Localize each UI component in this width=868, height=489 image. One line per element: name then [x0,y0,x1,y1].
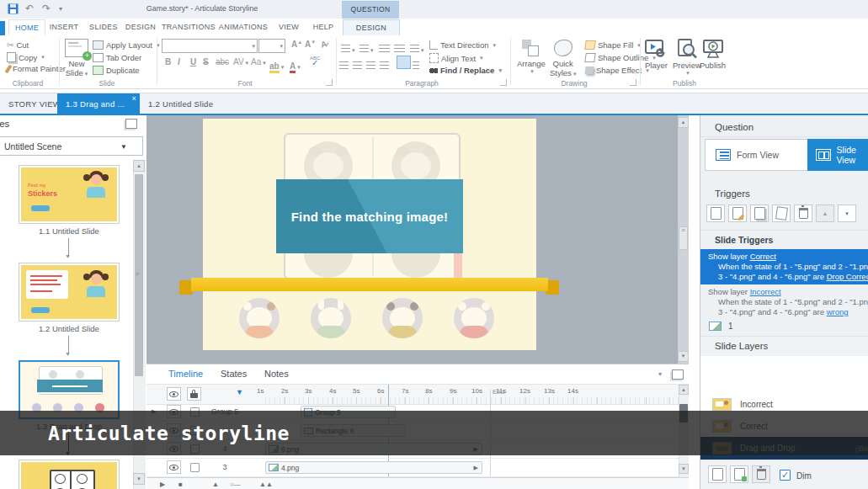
character-spacing-button[interactable]: AV▾ [233,57,248,66]
copy-button[interactable]: Copy▾ [7,52,45,62]
line-spacing-button[interactable]: ▾ [410,40,424,56]
shrink-font-button[interactable]: A▼ [305,40,316,49]
scroll-down-icon[interactable]: ▼ [678,351,689,362]
scroll-down-icon[interactable]: ▼ [679,464,689,474]
rabbit-choice-image[interactable] [311,298,351,338]
spell-check-button[interactable]: ABC✓ [310,56,320,66]
new-trigger-button[interactable] [706,205,725,222]
trigger-show-layer-incorrect[interactable]: Show layer Incorrect When the state of 1… [700,284,868,320]
scroll-up-icon[interactable]: ▲ [678,117,689,128]
change-case-button[interactable]: Aa▾ [251,57,266,66]
paragraph-dialog-launcher[interactable] [500,79,507,86]
align-right-icon[interactable] [366,57,375,72]
slide-thumbnail-1-4[interactable] [19,460,120,489]
playhead-icon[interactable]: ▼ [236,388,243,396]
trigger-state-link[interactable]: Drop Correct [827,272,868,281]
scroll-down-icon[interactable]: ▼ [133,473,145,485]
save-icon[interactable] [8,3,19,14]
delete-layer-button[interactable] [752,465,770,483]
move-trigger-down-button[interactable]: ▾ [838,205,856,222]
slide-thumbnail-1-1[interactable]: Find my Stickers [19,165,120,224]
tab-transitions[interactable]: TRANSITIONS [162,19,214,35]
file-tab-sliver[interactable] [0,21,5,35]
qat-customize-icon[interactable]: ▾ [59,5,62,13]
timeline-bar-4png[interactable]: 4.png▶ [265,461,482,474]
gold-shelf-bar[interactable] [191,278,548,291]
tab-order-button[interactable]: Tab Order [93,53,141,62]
slide-stage[interactable]: Find the matching image! [203,119,536,350]
bold-button[interactable]: B [165,57,171,66]
tab-states[interactable]: States [221,369,247,379]
object-trigger-row[interactable]: 1 [709,322,733,331]
bullets-button[interactable]: ▾ [341,40,355,56]
question-tools-contextual-tab[interactable]: QUESTION TOOLS [342,1,399,19]
trigger-layer-link[interactable]: Incorrect [750,287,781,296]
tab-view[interactable]: VIEW [274,19,304,35]
lock-all-button[interactable] [187,387,201,401]
tab-slide-1-2[interactable]: 1.2 Untitled Slide [140,93,221,114]
new-layer-button[interactable] [708,465,727,483]
align-left-icon[interactable] [339,57,349,72]
undo-icon[interactable]: ↶ [25,3,34,14]
slide-label-1-2[interactable]: 1.2 Untitled Slide [0,324,138,333]
subscript-button[interactable]: abc [216,57,229,66]
tab-help[interactable]: HELP [308,19,338,35]
merge-vertical-icon[interactable] [413,57,419,72]
italic-button[interactable]: I [178,57,180,66]
duplicate-button[interactable]: Duplicate [93,66,140,75]
scene-selector-dropdown[interactable]: Untitled Scene ▼ [0,136,143,156]
grow-font-button[interactable]: A▲ [291,40,302,49]
player-button[interactable]: Player [645,39,668,70]
numbering-button[interactable]: ▾ [359,40,374,56]
tab-slide-1-3[interactable]: 1.3 Drag and ... × [57,93,140,114]
scrollbar-thumb[interactable]: ≡ [679,226,688,250]
align-justify-icon[interactable] [380,57,389,72]
bear-choice-image[interactable] [454,298,494,338]
zoom-in-icon[interactable]: ▲▲ [259,481,273,488]
find-replace-button[interactable]: Find / Replace▾ [429,66,502,75]
tab-home[interactable]: HOME [8,19,45,36]
collapse-timeline-icon[interactable]: ▾ [658,370,662,378]
tab-insert[interactable]: INSERT [47,19,81,35]
indent-increase-icon[interactable] [379,40,390,56]
shape-fill-button[interactable]: Shape Fill▾ [585,40,641,50]
apply-layout-button[interactable]: Apply Layout▾ [93,40,159,50]
copy-trigger-button[interactable] [750,205,769,222]
highlight-button[interactable]: ab▾ [269,57,284,72]
row-name[interactable]: 3 [209,463,241,471]
new-slide-button[interactable]: + New Slide▾ [65,39,88,77]
publish-button[interactable]: Publish [700,39,726,70]
dim-checkbox[interactable]: ✓ [780,470,791,481]
collapse-panel-icon[interactable] [125,119,137,129]
play-button[interactable]: ▶ [160,481,165,488]
text-direction-button[interactable]: Text Direction▾ [429,40,496,50]
panda-choice-image[interactable] [382,298,423,338]
prompt-banner[interactable]: Find the matching image! [276,179,463,253]
underline-button[interactable]: U [190,57,196,66]
slide-view-button[interactable]: Slide View [807,139,868,171]
arrange-button[interactable]: Arrange ▾ [517,40,546,75]
font-size-combo[interactable]: ▾ [258,39,285,53]
font-color-button[interactable]: A▾ [290,57,301,72]
format-painter-button[interactable]: Format Painter [7,64,66,73]
close-tab-icon[interactable]: × [131,88,136,109]
timeline-row-3[interactable]: 3 4.png▶ [146,459,689,477]
strikethrough-button[interactable]: S [203,57,209,66]
dog-choice-image[interactable] [239,298,280,338]
tab-animations[interactable]: ANIMATIONS [217,19,269,35]
edit-trigger-button[interactable] [728,205,747,222]
paste-trigger-button[interactable] [772,205,791,222]
trigger-state-link[interactable]: wrong [827,307,849,316]
drawing-dialog-launcher[interactable] [630,79,636,86]
trigger-layer-link[interactable]: Correct [750,252,776,261]
row-eye-button[interactable] [167,460,181,474]
stop-button[interactable]: ■ [178,481,183,488]
scroll-up-icon[interactable]: ▲ [133,160,145,172]
panel-layout-icon[interactable] [672,369,684,380]
show-all-eye-button[interactable] [167,387,181,401]
row-checkbox[interactable] [190,463,200,472]
cut-button[interactable]: ✂Cut [7,40,29,50]
form-view-button[interactable]: Form View [705,139,808,171]
clear-formatting-icon[interactable]: A̷ [320,39,328,49]
font-dialog-launcher[interactable] [326,79,333,86]
